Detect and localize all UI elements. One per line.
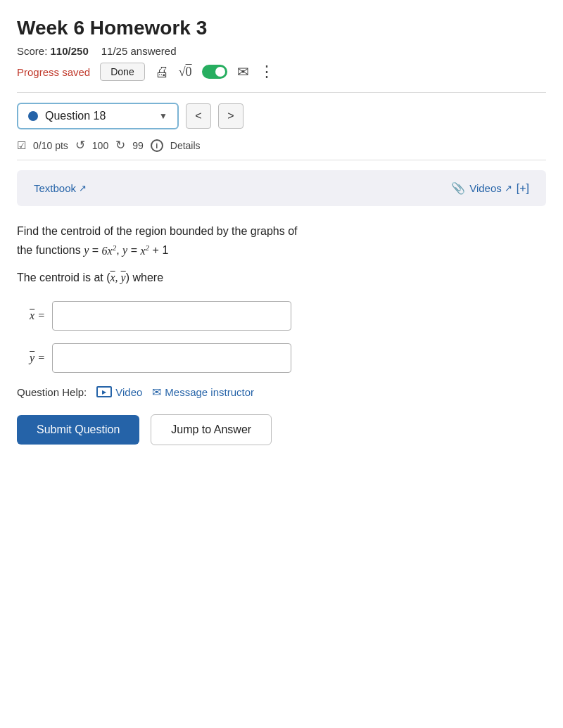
xbar-input[interactable] xyxy=(52,301,291,331)
print-icon[interactable]: 🖨 xyxy=(155,64,169,80)
question-selector-row: Question 18 ▼ < > xyxy=(17,103,546,129)
prev-question-button[interactable]: < xyxy=(186,103,211,129)
message-instructor-link[interactable]: ✉ Message instructor xyxy=(152,385,254,399)
resource-box: Textbook ↗ 📎 Videos ↗ [+] xyxy=(17,170,546,206)
header-divider xyxy=(17,92,546,93)
video-help-link[interactable]: Video xyxy=(96,386,142,398)
textbook-ext-icon: ↗ xyxy=(79,183,87,193)
calculator-toggle[interactable] xyxy=(202,65,227,79)
message-instructor-label: Message instructor xyxy=(165,386,254,398)
action-row: Submit Question Jump to Answer xyxy=(17,414,546,445)
score-value: 110/250 xyxy=(51,45,89,57)
video-play-icon xyxy=(96,386,112,397)
problem-text: Find the centroid of the region bounded … xyxy=(17,222,546,260)
pts-value: 0/10 pts xyxy=(33,140,68,151)
page-title: Week 6 Homework 3 xyxy=(17,17,546,39)
mail-icon[interactable]: ✉ xyxy=(237,63,249,80)
history-icon: ↺ xyxy=(75,138,85,153)
toggle-switch[interactable] xyxy=(202,65,227,79)
videos-suffix[interactable]: [+] xyxy=(517,182,529,195)
submit-question-button[interactable]: Submit Question xyxy=(17,415,139,445)
textbook-link[interactable]: Textbook ↗ xyxy=(34,182,87,194)
question-dropdown[interactable]: Question 18 ▼ xyxy=(17,103,179,129)
ybar-label: y = xyxy=(17,352,45,364)
checkbox-icon: ☑ xyxy=(17,139,26,152)
score-row: Score: 110/250 11/25 answered xyxy=(17,45,546,57)
video-help-label: Video xyxy=(115,386,142,398)
jump-to-answer-button[interactable]: Jump to Answer xyxy=(151,414,272,445)
ybar-input[interactable] xyxy=(52,343,291,373)
pts-row: ☑ 0/10 pts ↺ 100 ↻ 99 i Details xyxy=(17,138,546,153)
question-number-label: Question 18 xyxy=(45,110,152,122)
score-label: Score: 110/250 xyxy=(17,45,89,57)
progress-saved: Progress saved xyxy=(17,66,90,78)
answered-count: 11/25 answered xyxy=(101,45,177,57)
toolbar-row: Progress saved Done 🖨 √0 ✉ ⋮ xyxy=(17,63,546,81)
sqrt-icon: √0 xyxy=(179,65,192,79)
videos-ext-icon: ↗ xyxy=(505,183,512,193)
info-icon[interactable]: i xyxy=(151,139,163,152)
centroid-description: The centroid is at (x, y) where xyxy=(17,272,546,284)
attempts-value: 99 xyxy=(132,140,144,151)
textbook-label: Textbook xyxy=(34,182,76,194)
xbar-label: x = xyxy=(17,309,45,322)
attempts-icon: ↻ xyxy=(115,138,125,153)
chevron-down-icon: ▼ xyxy=(159,111,167,121)
next-question-button[interactable]: > xyxy=(218,103,243,129)
ybar-input-group: y = xyxy=(17,343,546,373)
done-button[interactable]: Done xyxy=(100,63,144,81)
history-value: 100 xyxy=(92,140,108,151)
pts-divider xyxy=(17,160,546,160)
details-label[interactable]: Details xyxy=(170,140,201,151)
question-status-dot xyxy=(28,111,38,121)
help-label: Question Help: xyxy=(17,386,87,398)
more-options-icon[interactable]: ⋮ xyxy=(259,63,275,81)
question-help-row: Question Help: Video ✉ Message instructo… xyxy=(17,385,546,399)
paperclip-icon: 📎 xyxy=(451,181,465,195)
message-mail-icon: ✉ xyxy=(152,385,161,399)
videos-link[interactable]: Videos ↗ xyxy=(469,182,512,194)
xbar-input-group: x = xyxy=(17,301,546,331)
videos-label: Videos xyxy=(469,182,502,194)
